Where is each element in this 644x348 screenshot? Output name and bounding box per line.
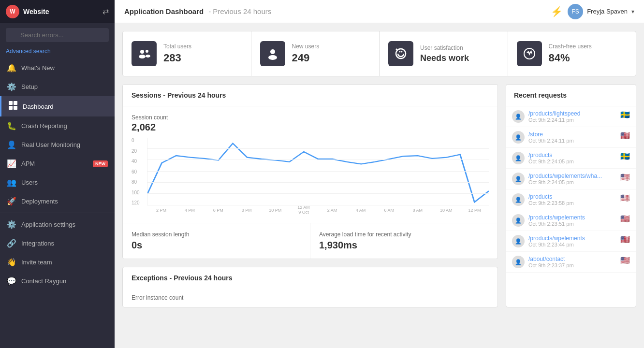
page-title: Application Dashboard — [124, 7, 204, 15]
user-monitor-icon: 👤 — [7, 140, 16, 149]
x-label: 12 PM — [460, 208, 489, 213]
sidebar: W Website ⇄ 🔍 Advanced search 🔔 What's N… — [0, 0, 115, 348]
request-item[interactable]: 👤 /products/lightspeed Oct 9th 2:24:11 p… — [506, 106, 636, 127]
crash-icon: 🐛 — [7, 121, 16, 130]
stat-new-users: New users 249 — [251, 31, 380, 76]
shuffle-icon[interactable]: ⇄ — [102, 7, 109, 16]
request-avatar: 👤 — [512, 131, 525, 144]
search-input[interactable] — [6, 28, 109, 42]
svg-point-5 — [139, 55, 146, 58]
request-path[interactable]: /store — [528, 131, 616, 138]
sessions-header: Sessions - Previous 24 hours — [123, 85, 498, 106]
page-subtitle: - Previous 24 hours — [208, 7, 271, 15]
crash-free-icon-box — [517, 41, 542, 66]
app-name: Website — [23, 8, 99, 15]
x-label: 2 AM — [318, 208, 347, 213]
sidebar-item-deployments[interactable]: 🚀 Deployments — [0, 192, 115, 211]
avg-load-card: Average load time for recent activity 1,… — [310, 223, 498, 259]
users-icon: 👥 — [7, 178, 16, 187]
sidebar-item-crash-reporting[interactable]: 🐛 Crash Reporting — [0, 116, 115, 135]
deployments-icon: 🚀 — [7, 197, 16, 206]
side-col: Recent requests 👤 /products/lightspeed O… — [506, 84, 636, 307]
apm-icon: 📈 — [7, 159, 16, 168]
sidebar-item-label: Contact Raygun — [21, 277, 108, 285]
request-item[interactable]: 👤 /products/wpelements Oct 9th 2:23:44 p… — [506, 231, 636, 252]
invite-icon: 👋 — [7, 258, 16, 267]
new-users-label: New users — [292, 43, 371, 50]
request-avatar: 👤 — [512, 173, 525, 185]
sidebar-item-contact[interactable]: 💬 Contact Raygun — [0, 272, 115, 290]
request-item[interactable]: 👤 /about/contact Oct 9th 2:23:37 pm 🇺🇸 — [506, 252, 636, 273]
stat-crash-free: Crash-free users 84% — [508, 31, 636, 76]
satisfaction-icon-box — [388, 41, 413, 66]
request-list: 👤 /products/lightspeed Oct 9th 2:24:11 p… — [506, 106, 636, 273]
median-label: Median session length — [132, 231, 301, 238]
request-item[interactable]: 👤 /store Oct 9th 2:24:11 pm 🇺🇸 — [506, 127, 636, 148]
exceptions-panel: Exceptions - Previous 24 hours Error ins… — [122, 267, 498, 307]
flag-icon: 🇸🇪 — [620, 152, 630, 161]
sidebar-item-label: Application settings — [21, 221, 108, 228]
contact-icon: 💬 — [7, 276, 16, 286]
integrations-icon: 🔗 — [7, 239, 16, 248]
sidebar-item-label: Users — [21, 179, 108, 186]
request-time: Oct 9th 2:23:37 pm — [528, 262, 616, 268]
dropdown-arrow-icon[interactable]: ▾ — [631, 8, 634, 15]
request-avatar: 👤 — [512, 214, 525, 227]
sidebar-item-dashboard[interactable]: Dashboard — [0, 96, 115, 116]
flag-icon: 🇺🇸 — [620, 214, 630, 223]
total-users-info: Total users 283 — [163, 43, 242, 64]
svg-line-13 — [396, 49, 397, 50]
flag-icon: 🇺🇸 — [620, 235, 630, 244]
crash-free-info: Crash-free users 84% — [549, 43, 628, 64]
sidebar-item-whats-new[interactable]: 🔔 What's New — [0, 58, 115, 77]
request-path[interactable]: /products/wpelements — [528, 235, 616, 242]
chart-area: 120 100 80 60 40 20 0 — [123, 133, 498, 223]
svg-point-6 — [146, 50, 148, 53]
sidebar-item-label: Integrations — [21, 240, 108, 247]
total-users-icon-box — [132, 41, 157, 66]
request-info: /products/lightspeed Oct 9th 2:24:11 pm — [528, 110, 616, 123]
request-path[interactable]: /products — [528, 152, 616, 159]
dashboard-content: Total users 283 New users 249 — [115, 23, 644, 348]
request-item[interactable]: 👤 /products Oct 9th 2:24:05 pm 🇸🇪 — [506, 148, 636, 169]
request-path[interactable]: /products/wpelements — [528, 214, 616, 221]
request-item[interactable]: 👤 /products Oct 9th 2:23:58 pm 🇺🇸 — [506, 189, 636, 210]
sidebar-item-invite-team[interactable]: 👋 Invite team — [0, 253, 115, 272]
sidebar-item-setup[interactable]: ⚙️ Setup — [0, 77, 115, 96]
topbar: Application Dashboard - Previous 24 hour… — [115, 0, 644, 23]
sidebar-item-rum[interactable]: 👤 Real User Monitoring — [0, 135, 115, 154]
main-col: Sessions - Previous 24 hours Session cou… — [122, 84, 498, 307]
request-path[interactable]: /about/contact — [528, 256, 616, 262]
crash-free-value: 84% — [549, 52, 628, 64]
request-time: Oct 9th 2:24:05 pm — [528, 179, 616, 185]
sidebar-item-label: APM — [21, 160, 88, 167]
grid-line — [147, 171, 489, 172]
x-label: 6 AM — [375, 208, 403, 213]
exceptions-header: Exceptions - Previous 24 hours — [123, 267, 498, 289]
sidebar-item-apm[interactable]: 📈 APM NEW — [0, 154, 115, 173]
request-item[interactable]: 👤 /products/wpelements Oct 9th 2:23:51 p… — [506, 210, 636, 231]
request-item[interactable]: 👤 /products/wpelements/wha... Oct 9th 2:… — [506, 169, 636, 189]
request-info: /about/contact Oct 9th 2:23:37 pm — [528, 256, 616, 268]
sidebar-item-app-settings[interactable]: ⚙️ Application settings — [0, 215, 115, 234]
svg-point-9 — [268, 55, 277, 60]
request-path[interactable]: /products/lightspeed — [528, 110, 616, 117]
stat-total-users: Total users 283 — [123, 31, 251, 76]
advanced-search-link[interactable]: Advanced search — [0, 47, 115, 58]
x-label: 12 AM9 Oct — [290, 205, 318, 215]
sidebar-item-users[interactable]: 👥 Users — [0, 173, 115, 192]
sidebar-item-label: Real User Monitoring — [21, 141, 108, 148]
lightning-icon[interactable]: ⚡ — [551, 6, 563, 17]
sidebar-item-label: What's New — [21, 64, 108, 72]
request-path[interactable]: /products — [528, 193, 616, 200]
chart-container: 120 100 80 60 40 20 0 — [132, 138, 489, 215]
request-path[interactable]: /products/wpelements/wha... — [528, 173, 616, 179]
svg-point-4 — [140, 50, 144, 54]
new-users-icon-box — [260, 41, 285, 66]
main-content: Application Dashboard - Previous 24 hour… — [115, 0, 644, 348]
avg-load-value: 1,930ms — [319, 240, 489, 251]
new-badge: NEW — [93, 160, 108, 167]
sidebar-item-integrations[interactable]: 🔗 Integrations — [0, 234, 115, 253]
nav-divider — [0, 213, 115, 213]
sidebar-item-label: Dashboard — [23, 103, 108, 110]
